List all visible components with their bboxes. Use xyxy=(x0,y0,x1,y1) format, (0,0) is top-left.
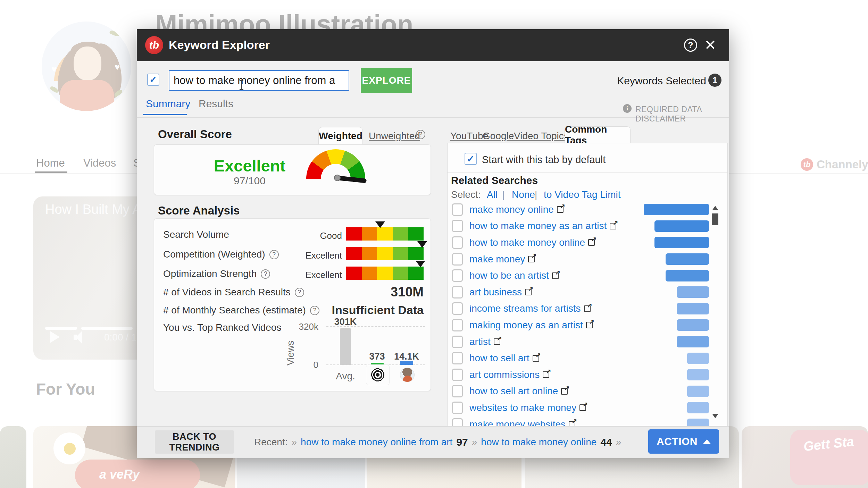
keyword-checkbox[interactable] xyxy=(452,286,463,298)
keyword-link[interactable]: make money websites↗ xyxy=(469,419,575,426)
scrollbar-thumb[interactable] xyxy=(712,213,718,225)
external-link-icon: ↗ xyxy=(561,388,568,395)
keyword-link[interactable]: how to sell art online↗ xyxy=(469,386,568,397)
overall-score-help-icon[interactable]: ? xyxy=(416,130,425,139)
keyword-checkbox[interactable] xyxy=(452,203,463,216)
chart-tick-zero: 0 xyxy=(287,360,318,370)
help-icon[interactable]: ? xyxy=(684,39,697,52)
tab-summary[interactable]: Summary xyxy=(146,98,190,110)
avatar-leaf xyxy=(109,30,120,37)
external-link-icon: ↗ xyxy=(610,223,616,229)
keyword-checkbox[interactable] xyxy=(452,402,463,414)
chevron-icon: » xyxy=(292,437,297,448)
competition-scale xyxy=(346,247,424,260)
score-analysis-heading: Score Analysis xyxy=(158,204,240,217)
keyword-link[interactable]: artist↗ xyxy=(469,336,500,347)
keyword-checkbox[interactable] xyxy=(452,220,463,232)
keyword-label: how to sell art xyxy=(469,353,529,364)
select-to-tag-limit-link[interactable]: to Video Tag Limit xyxy=(544,189,621,200)
optimization-help-icon[interactable]: ? xyxy=(261,269,270,279)
select-none-link[interactable]: None xyxy=(512,189,535,200)
external-link-icon: ↗ xyxy=(528,256,535,262)
for-you-heading: For You xyxy=(36,380,95,398)
external-link-icon: ↗ xyxy=(586,322,593,328)
chart-bar-average xyxy=(340,328,351,365)
competition-rating: Excellent xyxy=(290,250,342,261)
keyword-checkbox[interactable] xyxy=(452,319,463,331)
nav-tab-videos[interactable]: Videos xyxy=(83,157,116,169)
keyword-checkbox[interactable] xyxy=(452,385,463,397)
list-item: how to make money as an artist↗ xyxy=(447,218,728,235)
recent-link-1[interactable]: how to make money online from art xyxy=(301,437,452,448)
list-item: make money↗ xyxy=(447,251,728,268)
required-data-disclaimer[interactable]: REQUIRED DATA DISCLAIMER xyxy=(635,105,729,124)
modal-title: Keyword Explorer xyxy=(169,38,270,52)
keyword-link[interactable]: make money online↗ xyxy=(469,204,564,215)
keyword-volume-bar xyxy=(687,402,709,413)
close-icon[interactable]: × xyxy=(705,33,716,56)
tab-weighted[interactable]: Weighted xyxy=(318,127,363,145)
action-button[interactable]: ACTION xyxy=(648,429,719,454)
info-icon: i xyxy=(623,104,632,113)
video-thumbnail[interactable]: Gett Sta xyxy=(742,426,868,488)
search-keyword-checkbox[interactable]: ✓ xyxy=(147,74,159,86)
scrollbar-down-arrow[interactable] xyxy=(712,414,718,418)
recent-score-1: 97 xyxy=(456,436,468,448)
video-title: How I Built My Ar xyxy=(45,202,145,217)
keyword-volume-bar xyxy=(677,286,709,298)
keyword-checkbox[interactable] xyxy=(452,253,463,266)
external-link-icon: ↗ xyxy=(584,305,591,312)
default-tab-checkbox[interactable]: ✓ xyxy=(465,153,477,165)
keyword-link[interactable]: how to make money as an artist↗ xyxy=(469,220,616,232)
keyword-volume-bar xyxy=(677,303,709,314)
keyword-link[interactable]: art commissions↗ xyxy=(469,369,549,380)
keyword-link[interactable]: how to make money online↗ xyxy=(469,237,595,248)
select-separator: | xyxy=(535,189,537,200)
nav-tab-home[interactable]: Home xyxy=(36,157,65,169)
keyword-link[interactable]: how to sell art↗ xyxy=(469,353,539,364)
keyword-label: artist xyxy=(469,336,491,347)
keyword-checkbox[interactable] xyxy=(452,302,463,315)
keyword-checkbox[interactable] xyxy=(452,369,463,381)
keyword-link[interactable]: how to be an artist↗ xyxy=(469,270,559,281)
modal-header: tb Keyword Explorer ? × xyxy=(137,29,729,61)
video-progress-segment[interactable] xyxy=(45,327,77,330)
recent-link-2[interactable]: how to make money online xyxy=(481,437,596,448)
keyword-label: art commissions xyxy=(469,369,540,380)
keyword-checkbox[interactable] xyxy=(452,352,463,364)
channelytics-label[interactable]: Channelytics xyxy=(817,158,868,171)
overall-score-heading: Overall Score xyxy=(158,128,232,141)
keyword-link[interactable]: websites to make money↗ xyxy=(469,402,586,413)
keyword-link[interactable]: income streams for artists↗ xyxy=(469,303,591,314)
external-link-icon: ↗ xyxy=(494,338,500,345)
list-item: how to make money online↗ xyxy=(447,234,728,251)
keyword-checkbox[interactable] xyxy=(452,236,463,249)
keyword-volume-bar xyxy=(666,270,709,281)
back-to-trending-button[interactable]: BACK TO TRENDING xyxy=(155,430,234,454)
tab-unweighted[interactable]: Unweighted xyxy=(369,131,420,142)
keyword-checkbox[interactable] xyxy=(452,418,463,426)
keyword-link[interactable]: making money as an artist↗ xyxy=(469,320,593,331)
video-thumbnail[interactable] xyxy=(0,426,26,488)
keyword-checkbox[interactable] xyxy=(452,336,463,348)
keyword-volume-bar xyxy=(687,369,709,380)
keyword-link[interactable]: art business↗ xyxy=(469,287,532,298)
list-item: make money online↗ xyxy=(447,201,728,218)
select-all-link[interactable]: All xyxy=(487,189,498,200)
keyword-volume-bar xyxy=(654,237,709,248)
keyword-checkbox[interactable] xyxy=(452,269,463,282)
tab-common-tags[interactable]: Common Tags xyxy=(565,126,631,143)
you-vs-top-label: You vs. Top Ranked Videos xyxy=(163,322,281,333)
thumbnail-text: a veRy xyxy=(99,467,140,482)
play-icon[interactable] xyxy=(50,331,60,343)
explore-button[interactable]: EXPLORE xyxy=(361,68,412,93)
keyword-link[interactable]: make money↗ xyxy=(469,254,535,265)
video-progress-segment[interactable] xyxy=(81,327,133,330)
your-channel-avatar-icon xyxy=(400,368,415,382)
tab-google[interactable]: Google xyxy=(483,131,514,142)
scrollbar-up-arrow[interactable] xyxy=(712,206,718,210)
tab-video-topics[interactable]: Video Topics xyxy=(514,131,569,142)
keyword-search-input[interactable] xyxy=(169,70,349,91)
tab-results[interactable]: Results xyxy=(199,98,233,110)
competition-help-icon[interactable]: ? xyxy=(269,250,279,259)
